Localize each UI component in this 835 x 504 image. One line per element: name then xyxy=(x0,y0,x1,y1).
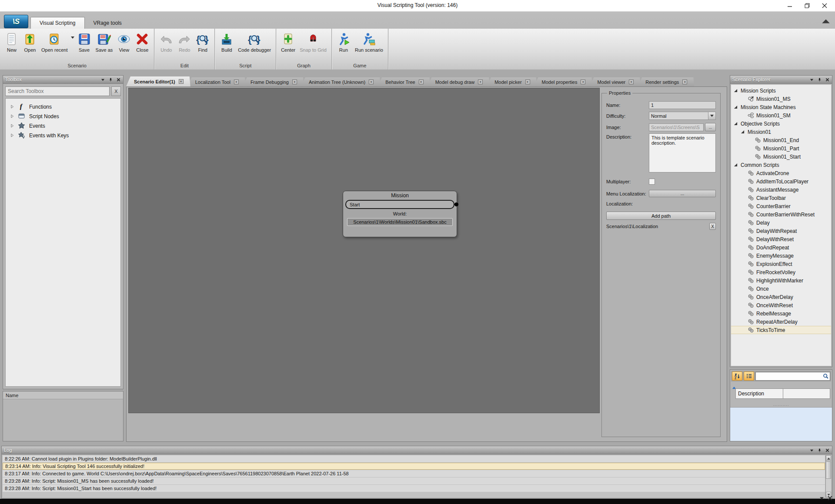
run-button[interactable]: Run xyxy=(334,30,353,53)
pin-icon[interactable] xyxy=(107,77,114,83)
explorer-item-mission01[interactable]: Mission01 xyxy=(731,128,831,136)
center-button[interactable]: Center xyxy=(279,30,297,53)
tab-close-all-icon[interactable] xyxy=(828,494,832,502)
build-button[interactable]: Build xyxy=(217,30,236,53)
expander-open-icon[interactable] xyxy=(734,163,738,167)
tab-model-viewer[interactable]: Model viewer✕ xyxy=(589,77,641,86)
expander-open-icon[interactable] xyxy=(734,89,738,93)
open-recent-button[interactable]: Open recent xyxy=(39,30,70,53)
search-input[interactable] xyxy=(5,86,110,96)
find-button[interactable]: {}Find xyxy=(194,30,212,53)
log-row[interactable]: 8:23:28 AM: Info: Script: Mission01_Star… xyxy=(3,485,825,492)
tab-close-icon[interactable]: ✕ xyxy=(525,80,530,84)
add-path-button[interactable]: Add path xyxy=(606,212,716,220)
tab-render-settings[interactable]: Render settings✕ xyxy=(638,77,694,86)
run-scenario-button[interactable]: Run scenario xyxy=(353,30,385,53)
toolbox-item-script-nodes[interactable]: Script Nodes xyxy=(6,112,120,121)
mission-node[interactable]: Mission Start World: Scenarios\1\Worlds\… xyxy=(343,191,457,237)
tab-close-icon[interactable]: ✕ xyxy=(369,80,374,84)
save-button[interactable]: Save xyxy=(75,30,94,53)
tab-close-icon[interactable]: ✕ xyxy=(682,80,687,84)
world-path-field[interactable]: Scenarios\1\Worlds\Mission01\Sandbox.sbc xyxy=(347,218,453,226)
menu-localization-button[interactable]: ... xyxy=(649,190,716,197)
explorer-item-oncewithreset[interactable]: OnceWithReset xyxy=(731,301,831,309)
log-row[interactable]: 8:23:14 AM: Info: Visual Scripting Tool … xyxy=(3,463,825,470)
chevron-down-icon[interactable] xyxy=(100,77,106,83)
tab-close-icon[interactable]: ✕ xyxy=(478,80,483,84)
toolbox-item-functions[interactable]: fFunctions xyxy=(6,102,120,112)
explorer-item-counterbarrierwithreset[interactable]: CounterBarrierWithReset xyxy=(731,210,831,219)
expander-closed-icon[interactable] xyxy=(11,123,14,129)
log-row[interactable]: 8:23:17 AM: Info: Connected to game. Wor… xyxy=(3,470,825,477)
ribbon-tab-visual-scripting[interactable]: Visual Scripting xyxy=(30,17,85,29)
log-row[interactable]: 8:22:26 AM: Cannot load plugin in Plugin… xyxy=(3,455,825,462)
explorer-item-enemymessage[interactable]: EnemyMessage xyxy=(731,252,831,260)
sort-alphabetical-icon[interactable]: AZ xyxy=(732,371,742,381)
minimize-button[interactable] xyxy=(781,0,798,11)
tab-frame-debugging[interactable]: Frame Debugging✕ xyxy=(243,77,304,86)
graph-canvas[interactable]: Mission Start World: Scenarios\1\Worlds\… xyxy=(128,88,600,413)
explorer-item-common-scripts[interactable]: Common Scripts xyxy=(731,161,831,169)
tab-close-icon[interactable]: ✕ xyxy=(234,80,239,84)
description-field[interactable]: This is template scenario description. xyxy=(649,133,716,172)
connector-dot[interactable] xyxy=(454,202,458,206)
explorer-item-additemtolocalplayer[interactable]: AddItemToLocalPlayer xyxy=(731,177,831,186)
tab-localization-tool[interactable]: Localization Tool✕ xyxy=(187,77,246,86)
chevron-down-icon[interactable] xyxy=(708,112,715,119)
explorer-item-firerocketvolley[interactable]: FireRocketVolley xyxy=(731,268,831,276)
multiplayer-checkbox[interactable] xyxy=(649,179,655,185)
property-search-box[interactable] xyxy=(755,372,830,381)
expander-closed-icon[interactable] xyxy=(11,113,14,119)
explorer-item-mission01-part[interactable]: Mission01_Part xyxy=(731,144,831,153)
remove-path-button[interactable]: X xyxy=(709,223,716,230)
close-icon[interactable] xyxy=(115,77,121,83)
explorer-item-mission01-end[interactable]: Mission01_End xyxy=(731,136,831,144)
ribbon-collapse-chevron-icon[interactable] xyxy=(821,18,831,25)
search-clear-button[interactable]: X xyxy=(111,86,121,96)
explorer-item-objective-scripts[interactable]: Objective Scripts xyxy=(731,119,831,128)
tab-close-icon[interactable]: ✕ xyxy=(292,80,297,84)
ribbon-tab-vrage-tools[interactable]: VRage tools xyxy=(85,17,130,29)
tab-close-icon[interactable]: ✕ xyxy=(581,80,585,84)
expander-open-icon[interactable] xyxy=(734,122,738,126)
explorer-item-mission01-start[interactable]: Mission01_Start xyxy=(731,153,831,161)
property-value-cell[interactable] xyxy=(783,388,830,399)
explorer-item-explosioneffect[interactable]: ExplosionEffect xyxy=(731,260,831,268)
toolbox-item-events-with-keys[interactable]: Events with Keys xyxy=(6,131,120,140)
chevron-down-icon[interactable] xyxy=(808,448,815,453)
tab-behavior-tree[interactable]: Behavior Tree✕ xyxy=(377,77,430,86)
tab-model-properties[interactable]: Model properties✕ xyxy=(534,77,593,86)
scroll-up-icon[interactable] xyxy=(826,455,831,461)
explorer-item-rebelmessage[interactable]: RebelMessage xyxy=(731,309,831,318)
pin-icon[interactable] xyxy=(816,448,822,453)
sort-categorized-icon[interactable] xyxy=(744,371,754,381)
explorer-item-tickstotime[interactable]: TicksToTime xyxy=(731,326,831,334)
explorer-item-mission-scripts[interactable]: Mission Scripts xyxy=(731,86,831,95)
tab-animation-tree-unknown[interactable]: Animation Tree (Unknown)✕ xyxy=(301,77,381,86)
explorer-item-delaywithrepeat[interactable]: DelayWithRepeat xyxy=(731,227,831,235)
difficulty-select[interactable]: Normal xyxy=(649,112,716,120)
explorer-item-doandrepeat[interactable]: DoAndRepeat xyxy=(731,243,831,252)
explorer-item-highlightwithmarker[interactable]: HighlightWithMarker xyxy=(731,276,831,285)
tab-list-dropdown-icon[interactable] xyxy=(819,494,824,502)
browse-button[interactable]: ... xyxy=(705,123,716,131)
view-button[interactable]: View xyxy=(115,30,133,53)
tab-close-icon[interactable]: ✕ xyxy=(629,80,634,84)
tab-model-picker[interactable]: Model picker✕ xyxy=(487,77,537,86)
close-window-button[interactable] xyxy=(816,0,833,11)
name-field[interactable] xyxy=(649,101,716,109)
explorer-item-mission01-sm[interactable]: Mission01_SM xyxy=(731,111,831,119)
node-start-slot[interactable]: Start xyxy=(345,200,454,209)
expander-open-icon[interactable] xyxy=(741,130,745,134)
tab-close-icon[interactable]: ✕ xyxy=(179,79,184,84)
code-debugger-button[interactable]: {}Code debugger xyxy=(236,30,273,53)
log-scrollbar[interactable] xyxy=(825,455,831,497)
chevron-down-icon[interactable] xyxy=(808,77,815,83)
expander-open-icon[interactable] xyxy=(734,105,738,109)
maximize-button[interactable] xyxy=(798,0,816,11)
tab-close-icon[interactable]: ✕ xyxy=(419,80,424,84)
expander-closed-icon[interactable] xyxy=(11,133,14,139)
explorer-item-activatedrone[interactable]: ActivateDrone xyxy=(731,169,831,177)
property-search-input[interactable] xyxy=(756,372,823,380)
app-logo[interactable]: \S xyxy=(4,15,28,28)
